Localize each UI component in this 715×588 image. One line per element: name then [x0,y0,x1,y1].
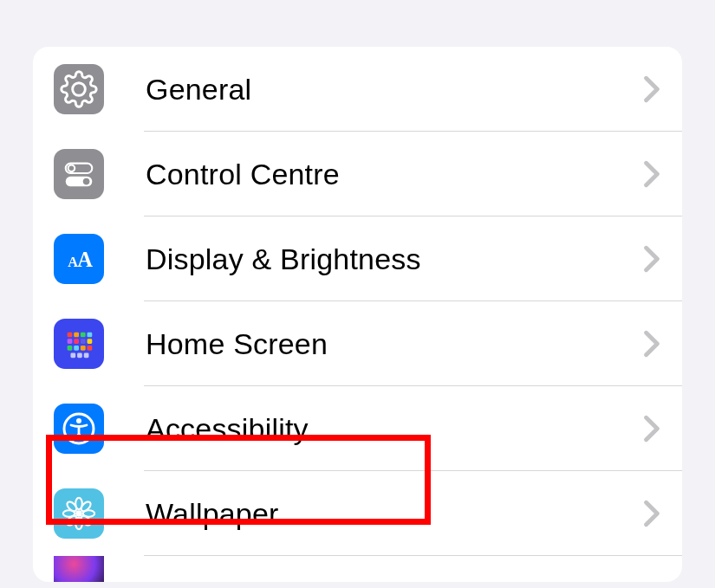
svg-rect-8 [81,333,86,338]
svg-rect-17 [88,346,93,351]
svg-point-1 [68,165,75,172]
svg-rect-7 [74,333,79,338]
svg-point-3 [83,178,90,185]
siri-icon [54,556,104,582]
settings-item-accessibility[interactable]: Accessibility [33,386,682,471]
settings-item-siri[interactable] [33,556,682,582]
svg-rect-19 [77,353,82,359]
toggles-icon [54,149,104,199]
accessibility-icon [54,404,104,454]
svg-rect-10 [68,339,73,344]
chevron-right-icon [642,160,661,188]
chevron-right-icon [642,330,661,358]
svg-rect-20 [84,353,89,359]
svg-rect-18 [70,353,75,359]
text-size-icon: A A [54,234,104,284]
svg-rect-11 [74,339,79,344]
settings-item-label: Display & Brightness [146,242,642,276]
flower-icon [54,488,104,539]
chevron-right-icon [642,500,661,527]
svg-rect-6 [68,333,73,338]
chevron-right-icon [642,415,661,443]
settings-item-wallpaper[interactable]: Wallpaper [33,471,682,556]
chevron-right-icon [642,245,661,273]
settings-item-label: General [146,73,642,107]
svg-rect-16 [81,346,86,351]
svg-text:A: A [77,248,93,271]
settings-item-label: Home Screen [146,327,642,361]
settings-item-home-screen[interactable]: Home Screen [33,301,682,386]
settings-item-control-centre[interactable]: Control Centre [33,132,682,216]
svg-rect-15 [74,346,79,351]
settings-panel: General Control Centre [33,47,682,582]
settings-item-label: Control Centre [146,158,642,191]
settings-item-general[interactable]: General [33,47,682,132]
svg-rect-14 [68,346,73,351]
app-grid-icon [54,319,104,369]
svg-point-22 [76,418,81,423]
gear-icon [54,64,104,114]
settings-item-display-brightness[interactable]: A A Display & Brightness [33,216,682,301]
chevron-right-icon [642,75,661,103]
svg-rect-13 [88,339,93,344]
svg-rect-12 [81,339,86,344]
settings-item-label: Wallpaper [146,497,642,531]
svg-rect-9 [88,333,93,338]
settings-item-label: Accessibility [146,412,642,446]
